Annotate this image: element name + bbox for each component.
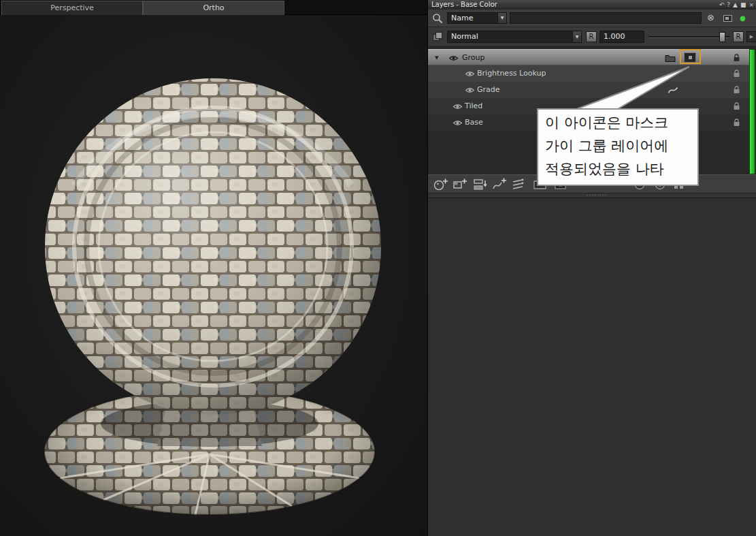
chevron-down-icon[interactable]: ▼ [497,13,506,23]
layer-filter-input[interactable] [510,12,702,24]
lock-icon[interactable] [733,86,740,96]
callout-bubble: 이 아이콘은 마스크 가이 그룹 레이어에 적용되었음을 나타 [537,108,699,186]
search-icon [432,13,443,26]
close-icon[interactable]: × [749,1,754,9]
amount-field[interactable]: 1.000 [599,31,644,43]
lock-icon[interactable] [733,102,740,112]
help-icon[interactable]: ? [727,1,730,9]
lock-icon[interactable] [733,69,740,80]
reset-amount-button[interactable]: R [733,31,744,42]
layer-name: Brightness Lookup [477,65,546,82]
viewport-3d[interactable]: Perspective Ortho [0,0,427,536]
maximize-icon[interactable]: ■ [740,1,746,9]
slider-groove[interactable] [648,36,730,38]
blend-mode-icon [432,31,443,44]
callout-text-line: 적용되었음을 나타 [545,157,691,180]
viewport-tab-bar: Perspective Ortho [0,0,427,15]
add-paint-layer-button[interactable] [433,178,448,191]
layer-name: Grade [477,82,500,98]
filter-type-value: Name [451,13,473,23]
visibility-eye-icon[interactable] [465,86,475,96]
mask-icon-highlight-box [680,49,701,64]
visibility-eye-icon[interactable] [465,70,475,80]
tab-ortho[interactable]: Ortho [143,1,284,15]
blend-mode-value: Normal [451,31,478,42]
visibility-eye-icon[interactable] [448,54,459,64]
expand-options-button[interactable]: ▶ [746,31,756,42]
reset-blend-button[interactable]: R [586,31,597,42]
window-controls: ↶ ? ▲ ■ × [719,0,754,10]
lock-icon[interactable] [733,119,740,129]
visibility-eye-icon[interactable] [453,103,463,112]
callout-pointer [565,61,701,112]
chevron-down-icon[interactable]: ▼ [572,31,581,42]
dock-icon-inner [725,17,729,20]
callout-text-line: 가이 그룹 레이어에 [545,134,691,157]
add-adjustment-layer-button[interactable] [492,178,507,191]
shader-ball [0,15,427,536]
visibility-eye-icon[interactable] [453,119,463,129]
add-procedural-layer-button[interactable] [453,178,467,191]
clear-filter-icon[interactable]: ⊗ [707,13,714,22]
palette-dock-icon[interactable] [723,15,732,22]
amount-slider[interactable] [648,32,730,42]
detach-icon[interactable]: ↶ [719,1,725,9]
lock-icon[interactable] [733,54,740,64]
filter-row: Name ▼ ⊗ ● [428,10,756,27]
layer-name: Tiled [465,98,482,114]
callout-text-line: 이 아이콘은 마스크 [545,111,691,134]
expander-icon[interactable]: ▼ [435,50,438,66]
active-indicator-icon: ● [740,14,746,23]
panel-empty-area [428,198,756,536]
cache-status-bar [749,49,755,174]
add-filter-layer-button[interactable] [511,178,526,191]
layer-name: Group [462,50,485,66]
merge-layers-button[interactable] [473,178,488,191]
tab-perspective[interactable]: Perspective [1,1,143,15]
slider-handle[interactable] [719,32,725,42]
filter-type-dropdown[interactable]: Name ▼ [447,12,507,24]
panel-header[interactable]: Layers - Base Color ↶ ? ▲ ■ × [428,0,756,10]
blend-row: Normal ▼ R 1.000 R ▶ [428,27,756,46]
panel-title: Layers - Base Color [431,0,497,10]
layer-name: Base [465,114,483,131]
collapse-icon[interactable]: ▲ [733,1,738,9]
blend-mode-dropdown[interactable]: Normal ▼ [447,31,582,43]
